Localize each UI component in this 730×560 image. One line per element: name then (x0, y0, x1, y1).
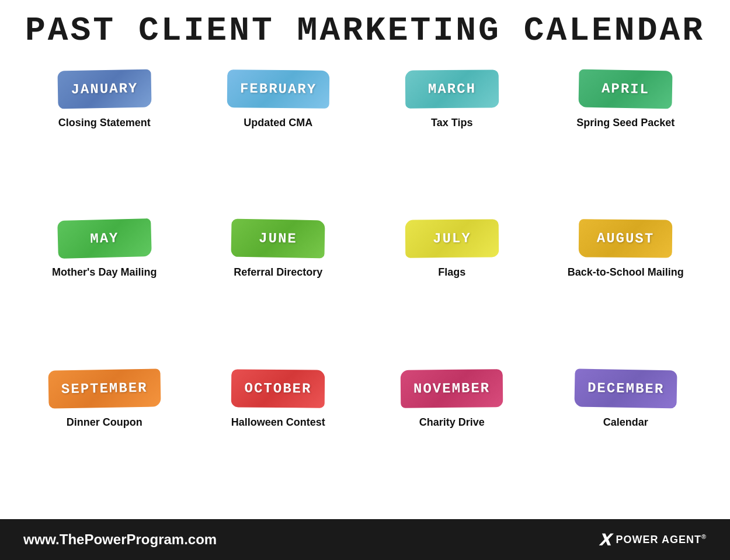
month-name-august: AUGUST (597, 231, 655, 247)
month-activity-february: Updated CMA (244, 116, 312, 130)
month-cell-november: NOVEMBERCharity Drive (365, 364, 539, 513)
footer-url: www.ThePowerProgram.com (23, 531, 217, 548)
month-cell-april: APRILSpring Seed Packet (539, 64, 713, 214)
month-activity-april: Spring Seed Packet (576, 116, 675, 130)
month-name-january: JANUARY (71, 81, 138, 98)
month-name-december: DECEMBER (587, 380, 664, 397)
month-activity-july: Flags (438, 266, 465, 279)
footer-brand-name: POWER AGENT® (616, 533, 707, 546)
month-cell-june: JUNEReferral Directory (192, 214, 366, 363)
month-badge-november: NOVEMBER (401, 369, 503, 408)
month-badge-february: FEBRUARY (227, 69, 329, 109)
footer-bar: www.ThePowerProgram.com 𝗫 POWER AGENT® (0, 519, 730, 560)
month-activity-june: Referral Directory (234, 266, 322, 279)
month-activity-december: Calendar (603, 416, 648, 429)
month-badge-october: OCTOBER (231, 369, 325, 408)
month-cell-october: OCTOBERHalloween Contest (192, 364, 366, 513)
calendar-grid: JANUARYClosing StatementFEBRUARYUpdated … (18, 64, 712, 513)
power-agent-logo-icon: 𝗫 (599, 530, 611, 549)
month-name-october: OCTOBER (245, 380, 312, 396)
month-cell-december: DECEMBERCalendar (539, 364, 713, 513)
month-name-november: NOVEMBER (413, 380, 490, 396)
month-cell-january: JANUARYClosing Statement (18, 64, 192, 214)
month-name-june: JUNE (259, 231, 297, 247)
month-badge-july: JULY (405, 220, 499, 258)
page-title: PAST CLIENT MARKETING CALENDAR (25, 12, 705, 50)
month-cell-february: FEBRUARYUpdated CMA (192, 64, 366, 214)
month-badge-april: APRIL (579, 69, 673, 109)
month-badge-march: MARCH (405, 69, 499, 108)
month-cell-july: JULYFlags (365, 214, 539, 363)
month-name-july: JULY (433, 231, 471, 247)
month-badge-december: DECEMBER (574, 368, 677, 408)
month-cell-august: AUGUSTBack-to-School Mailing (539, 214, 713, 363)
month-cell-march: MARCHTax Tips (365, 64, 539, 214)
month-activity-september: Dinner Coupon (67, 416, 142, 429)
month-activity-march: Tax Tips (431, 116, 472, 130)
month-badge-january: JANUARY (57, 69, 151, 109)
month-activity-january: Closing Statement (58, 116, 151, 130)
month-cell-may: MAYMother's Day Mailing (18, 214, 192, 363)
month-activity-august: Back-to-School Mailing (568, 266, 684, 279)
month-name-march: MARCH (428, 81, 476, 98)
month-badge-september: SEPTEMBER (48, 368, 161, 408)
month-name-september: SEPTEMBER (61, 380, 148, 397)
main-content: PAST CLIENT MARKETING CALENDAR JANUARYCl… (0, 0, 730, 519)
month-badge-august: AUGUST (579, 220, 673, 258)
month-activity-may: Mother's Day Mailing (52, 266, 157, 279)
month-cell-september: SEPTEMBERDinner Coupon (18, 364, 192, 513)
month-name-february: FEBRUARY (240, 81, 317, 97)
month-name-april: APRIL (602, 81, 649, 97)
month-badge-june: JUNE (231, 219, 325, 259)
month-activity-october: Halloween Contest (231, 416, 325, 429)
footer-brand: 𝗫 POWER AGENT® (599, 530, 707, 549)
month-activity-november: Charity Drive (419, 416, 485, 429)
month-badge-may: MAY (57, 218, 152, 259)
month-name-may: MAY (90, 231, 119, 247)
